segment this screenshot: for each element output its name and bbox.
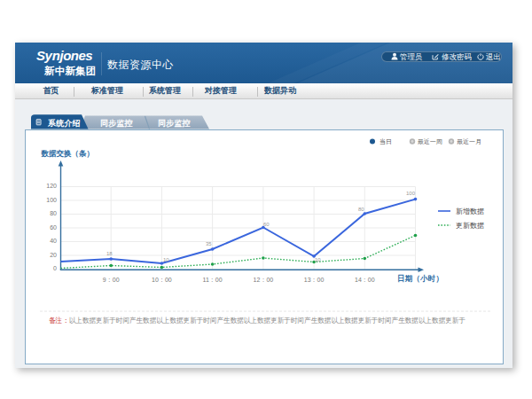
svg-text:12：00: 12：00 (254, 277, 274, 283)
svg-text:60: 60 (50, 224, 57, 231)
svg-text:14：00: 14：00 (355, 277, 375, 283)
svg-text:10：00: 10：00 (152, 277, 172, 283)
svg-text:10: 10 (315, 257, 321, 262)
svg-text:20: 20 (50, 252, 57, 258)
svg-text:当日: 当日 (379, 138, 392, 145)
svg-text:同步监控: 同步监控 (100, 119, 133, 128)
svg-text:35: 35 (206, 241, 212, 246)
svg-text:11：00: 11：00 (203, 277, 223, 283)
svg-text:最近一周: 最近一周 (418, 138, 442, 145)
svg-text:0: 0 (53, 265, 57, 271)
svg-text:18: 18 (106, 251, 113, 256)
svg-text:日期（小时）: 日期（小时） (397, 274, 443, 283)
svg-text:10: 10 (163, 257, 169, 262)
svg-text:120: 120 (46, 183, 57, 189)
svg-text:更新数据: 更新数据 (456, 222, 484, 230)
svg-text:80: 80 (50, 210, 57, 216)
svg-text:80: 80 (358, 207, 364, 212)
svg-text:最近一月: 最近一月 (457, 138, 481, 145)
svg-text:新增数据: 新增数据 (456, 207, 484, 215)
svg-text:9：00: 9：00 (103, 277, 120, 283)
svg-text:40: 40 (50, 238, 57, 244)
svg-text:系统介绍: 系统介绍 (47, 119, 81, 128)
svg-text:60: 60 (263, 222, 270, 227)
svg-text:100: 100 (406, 191, 416, 196)
svg-text:同步监控: 同步监控 (158, 119, 191, 128)
svg-text:备注：以上数据更新于时间产生数据以上数据更新于时间产生数据以: 备注：以上数据更新于时间产生数据以上数据更新于时间产生数据以上数据更新于时间产生… (49, 317, 466, 325)
svg-text:13：00: 13：00 (304, 277, 325, 283)
svg-text:数据交换（条）: 数据交换（条） (41, 149, 95, 158)
svg-text:100: 100 (46, 197, 57, 203)
